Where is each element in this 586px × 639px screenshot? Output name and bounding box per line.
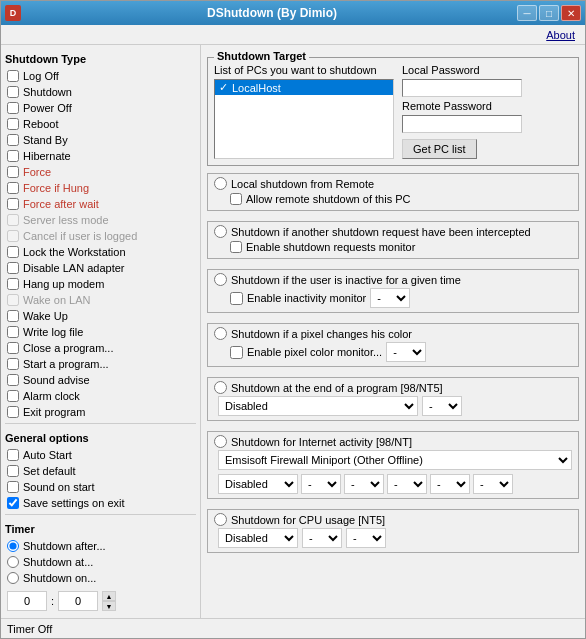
chk-disable-lan-input[interactable] [7,262,19,274]
chk-save-settings-label: Save settings on exit [23,497,125,509]
chk-shutdown-input[interactable] [7,86,19,98]
chk-wake-up-input[interactable] [7,310,19,322]
status-text: Timer Off [7,623,52,635]
chk-save-settings-input[interactable] [7,497,19,509]
chk-hang-modem: Hang up modem [5,277,196,291]
cpu-dropdown-3[interactable]: - [346,528,386,548]
local-shutdown-label: Local shutdown from Remote [231,178,374,190]
inactivity-radio[interactable] [214,273,227,286]
chk-write-log-label: Write log file [23,326,83,338]
chk-auto-start-input[interactable] [7,449,19,461]
end-program-radio[interactable] [214,381,227,394]
pc-list-item-localhost[interactable]: ✓ LocalHost [215,80,393,95]
chk-stand-by-input[interactable] [7,134,19,146]
local-password-label: Local Password [402,64,522,76]
end-program-dropdown2[interactable]: - [422,396,462,416]
maximize-button[interactable]: □ [539,5,559,21]
timer-down-btn[interactable]: ▼ [102,601,116,611]
chk-force-after-wait: Force after wait [5,197,196,211]
chk-exit-program-input[interactable] [7,406,19,418]
local-password-input[interactable] [402,79,522,97]
timer-hour-input[interactable]: 0 [7,591,47,611]
end-program-dropdown1[interactable]: Disabled [218,396,418,416]
inactivity-dropdown[interactable]: - [370,288,410,308]
internet-radio[interactable] [214,435,227,448]
pixel-color-controls: Enable pixel color monitor... - [214,342,572,362]
chk-lock-workstation-input[interactable] [7,246,19,258]
about-menu-item[interactable]: About [540,27,581,43]
pc-list[interactable]: ✓ LocalHost [214,79,394,159]
remote-password-input[interactable] [402,115,522,133]
internet-sub-dropdown-1[interactable]: Disabled [218,474,298,494]
chk-start-program: Start a program... [5,357,196,371]
target-content: List of PCs you want to shutdown ✓ Local… [214,64,572,159]
cpu-dropdown-1[interactable]: Disabled [218,528,298,548]
intercepted-radio[interactable] [214,225,227,238]
internet-sub-dropdown-6[interactable]: - [473,474,513,494]
enable-inactivity-monitor-label: Enable inactivity monitor [247,292,366,304]
chk-sound-on-start: Sound on start [5,480,196,494]
chk-set-default-label: Set default [23,465,76,477]
chk-log-off-input[interactable] [7,70,19,82]
internet-sub-dropdown-2[interactable]: - [301,474,341,494]
chk-hibernate-input[interactable] [7,150,19,162]
window-title: DShutdown (By Dimio) [27,6,517,20]
radio-shutdown-on-input[interactable] [7,572,19,584]
chk-server-less-input [7,214,19,226]
internet-activity-main-dropdown[interactable]: Emsisoft Firewall Miniport (Other Offlin… [218,450,572,470]
chk-save-settings: Save settings on exit [5,496,196,510]
pixel-radio[interactable] [214,327,227,340]
radio-shutdown-at-input[interactable] [7,556,19,568]
status-bar: Timer Off [1,618,585,638]
allow-remote-shutdown-input[interactable] [230,193,242,205]
internet-sub-dropdown-3[interactable]: - [344,474,384,494]
cpu-dropdown-2[interactable]: - [302,528,342,548]
minimize-button[interactable]: ─ [517,5,537,21]
chk-close-program-input[interactable] [7,342,19,354]
chk-alarm-clock-label: Alarm clock [23,390,80,402]
chk-sound-advise: Sound advise [5,373,196,387]
chk-start-program-input[interactable] [7,358,19,370]
inactivity-controls: Enable inactivity monitor - [214,288,572,308]
radio-shutdown-at-label: Shutdown at... [23,556,93,568]
internet-sub-dropdown-5[interactable]: - [430,474,470,494]
chk-power-off-input[interactable] [7,102,19,114]
chk-force-input[interactable] [7,166,19,178]
chk-log-off-label: Log Off [23,70,59,82]
timer-label: Timer [5,523,196,535]
chk-server-less-label: Server less mode [23,214,109,226]
close-button[interactable]: ✕ [561,5,581,21]
app-icon: D [5,5,21,21]
timer-minute-input[interactable]: 0 [58,591,98,611]
intercepted-label: Shutdown if another shutdown request hav… [231,226,531,238]
chk-hang-modem-input[interactable] [7,278,19,290]
local-shutdown-radio[interactable] [214,177,227,190]
cpu-usage-header: Shutdown for CPU usage [NT5] [214,513,572,526]
enable-shutdown-monitor-input[interactable] [230,241,242,253]
timer-up-btn[interactable]: ▲ [102,591,116,601]
inactivity-header: Shutdown if the user is inactive for a g… [214,273,572,286]
shutdown-target-group: Shutdown Target List of PCs you want to … [207,57,579,166]
enable-inactivity-monitor-input[interactable] [230,292,243,305]
chk-reboot-input[interactable] [7,118,19,130]
chk-force-if-hung-input[interactable] [7,182,19,194]
enable-pixel-monitor-input[interactable] [230,346,243,359]
chk-sound-on-start-input[interactable] [7,481,19,493]
chk-disable-lan-label: Disable LAN adapter [23,262,125,274]
end-program-header: Shutdown at the end of a program [98/NT5… [214,381,572,394]
radio-shutdown-after-input[interactable] [7,540,19,552]
chk-set-default-input[interactable] [7,465,19,477]
pixel-color-dropdown[interactable]: - [386,342,426,362]
internet-sub-dropdown-4[interactable]: - [387,474,427,494]
chk-wake-on-lan-input [7,294,19,306]
chk-force-label: Force [23,166,51,178]
chk-write-log-input[interactable] [7,326,19,338]
chk-wake-up-label: Wake Up [23,310,68,322]
chk-alarm-clock-input[interactable] [7,390,19,402]
chk-sound-advise-input[interactable] [7,374,19,386]
remote-password-label: Remote Password [402,100,522,112]
chk-force-after-wait-input[interactable] [7,198,19,210]
cpu-radio[interactable] [214,513,227,526]
get-pc-button[interactable]: Get PC list [402,139,477,159]
chk-exit-program: Exit program [5,405,196,419]
